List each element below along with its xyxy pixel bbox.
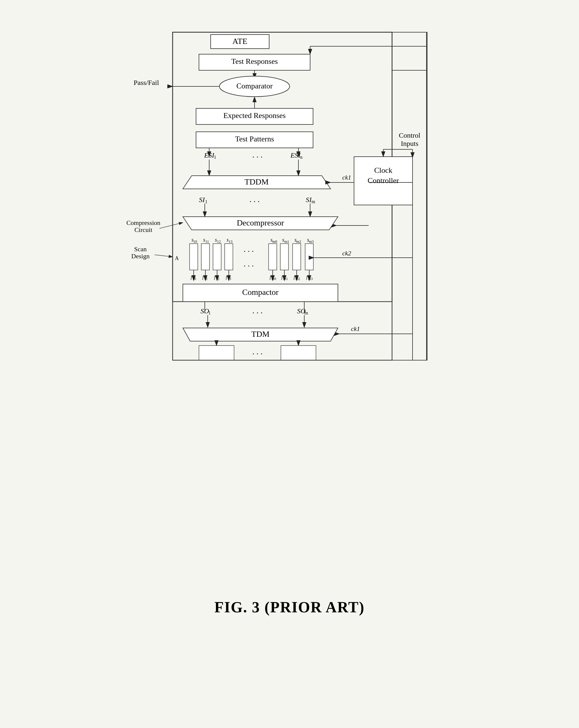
svg-text:s: s xyxy=(226,237,228,243)
svg-text:m2: m2 xyxy=(296,239,301,244)
svg-rect-77 xyxy=(199,345,234,360)
svg-text:13: 13 xyxy=(228,277,231,281)
svg-line-91 xyxy=(155,255,173,257)
svg-text:12: 12 xyxy=(217,239,221,244)
svg-rect-40 xyxy=(293,244,301,270)
comparator-label: Comparator xyxy=(236,82,273,90)
svg-rect-37 xyxy=(280,244,288,270)
svg-text:m1: m1 xyxy=(283,277,287,281)
svg-text:m3: m3 xyxy=(308,277,312,281)
svg-text:. . .: . . . xyxy=(252,347,263,356)
svg-text:m3: m3 xyxy=(309,239,314,244)
scan-design-line2: Design xyxy=(131,253,149,260)
decompressor-label: Decompressor xyxy=(237,218,284,227)
svg-text:. . .: . . . xyxy=(252,306,263,315)
ck1-tddm-label: ck1 xyxy=(342,174,351,181)
so1-sub: 1 xyxy=(208,310,211,315)
sim-sub: m xyxy=(311,199,315,204)
pass-fail-label: Pass/Fail xyxy=(133,79,159,86)
compression-circuit-line1: Compression xyxy=(126,219,160,226)
som-sub: m xyxy=(304,310,308,315)
si1-label: SI xyxy=(199,196,205,204)
svg-rect-34 xyxy=(269,244,277,270)
svg-text:m0: m0 xyxy=(272,277,276,281)
test-responses-label: Test Responses xyxy=(231,57,278,66)
tdm-label: TDM xyxy=(251,330,269,339)
compactor-label: Compactor xyxy=(242,288,278,297)
clock-controller-line2: Controller xyxy=(367,176,399,185)
esin-sub: n xyxy=(300,155,303,160)
svg-text:m2: m2 xyxy=(296,277,300,281)
circuit-diagram: ATE Test Responses Comparator Expected R… xyxy=(114,23,465,580)
test-patterns-label: Test Patterns xyxy=(235,135,274,143)
svg-text:s: s xyxy=(203,237,205,243)
clock-controller-line1: Clock xyxy=(374,166,392,175)
svg-text:. . .: . . . xyxy=(243,244,254,254)
tddm-label: TDDM xyxy=(244,177,269,186)
figure-caption: FIG. 3 (PRIOR ART) xyxy=(215,599,365,616)
svg-rect-78 xyxy=(281,345,316,360)
svg-text:s: s xyxy=(282,237,284,243)
expected-responses-label: Expected Responses xyxy=(223,111,285,120)
svg-text:10: 10 xyxy=(193,277,196,281)
esi-dots: . . . xyxy=(252,150,263,159)
ck1-tdm-label: ck1 xyxy=(351,325,360,332)
ck2-label: ck2 xyxy=(342,250,351,257)
svg-rect-27 xyxy=(213,244,221,270)
control-inputs-line1: Control xyxy=(399,131,420,139)
svg-rect-24 xyxy=(201,244,210,270)
esin-label: ESI xyxy=(290,151,301,159)
svg-text:s: s xyxy=(215,237,217,243)
scan-design-marker: A xyxy=(175,255,179,261)
svg-rect-43 xyxy=(305,244,313,270)
svg-text:11: 11 xyxy=(205,239,209,244)
svg-text:. . .: . . . xyxy=(243,259,254,268)
svg-line-90 xyxy=(160,223,183,228)
si1-sub: 1 xyxy=(205,199,208,204)
svg-text:12: 12 xyxy=(216,277,219,281)
ate-label: ATE xyxy=(232,36,247,46)
svg-text:11: 11 xyxy=(204,277,208,281)
sim-label: SI xyxy=(306,196,312,204)
svg-text:10: 10 xyxy=(193,239,197,244)
svg-rect-21 xyxy=(190,244,198,270)
diagram-container: ATE Test Responses Comparator Expected R… xyxy=(114,23,465,581)
svg-rect-30 xyxy=(225,244,233,270)
scan-design-line1: Scan xyxy=(134,245,146,253)
svg-text:m1: m1 xyxy=(284,239,289,244)
control-inputs-line2: Inputs xyxy=(401,140,418,147)
esi1-sub: 1 xyxy=(214,155,216,160)
svg-text:m0: m0 xyxy=(272,239,277,244)
compression-circuit-line2: Circuit xyxy=(134,226,152,233)
si-dots: . . . xyxy=(249,195,259,204)
svg-text:13: 13 xyxy=(228,239,232,244)
